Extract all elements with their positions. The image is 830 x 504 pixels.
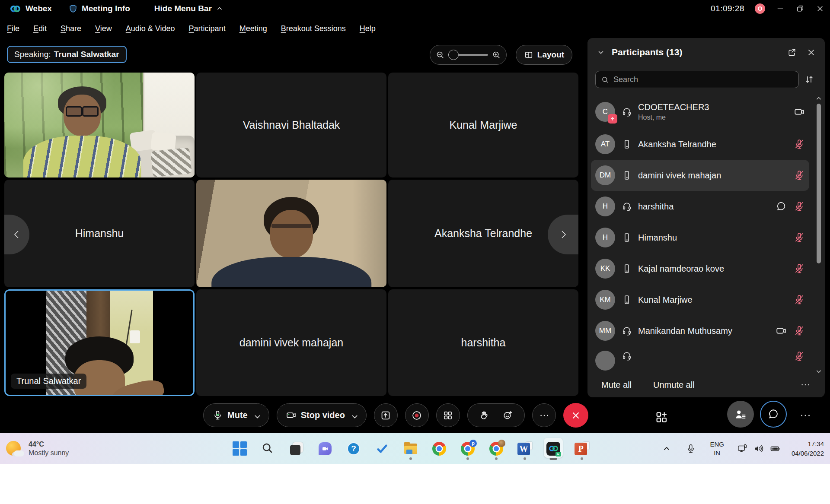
zoom-out-icon[interactable] xyxy=(435,50,445,60)
more-options-button[interactable] xyxy=(800,379,811,390)
participants-toggle-button[interactable] xyxy=(727,401,754,428)
reactions-button[interactable] xyxy=(498,410,517,421)
panel-scrollbar[interactable] xyxy=(816,98,822,369)
taskbar-app-explorer[interactable] xyxy=(401,436,420,461)
chevron-down-icon[interactable] xyxy=(252,411,260,419)
video-tile[interactable]: Trunal Salwatkar xyxy=(4,289,195,396)
taskbar-app-start[interactable] xyxy=(230,436,249,461)
taskbar-app-search[interactable] xyxy=(259,436,278,461)
taskbar-app-word[interactable]: W xyxy=(515,436,534,461)
mic-muted-icon[interactable] xyxy=(794,232,805,243)
menu-breakout-sessions[interactable]: Breakout Sessions xyxy=(281,24,346,33)
apps-add-icon[interactable] xyxy=(654,410,669,425)
participant-tile[interactable]: damini vivek mahajan xyxy=(196,289,386,396)
mic-muted-icon[interactable] xyxy=(794,139,805,150)
mute-all-button[interactable]: Mute all xyxy=(601,380,632,390)
mic-muted-icon[interactable] xyxy=(794,351,805,362)
maximize-button[interactable] xyxy=(795,4,805,13)
mic-muted-icon[interactable] xyxy=(794,201,805,212)
more-options-button[interactable] xyxy=(532,403,556,427)
chevron-down-icon[interactable] xyxy=(349,411,358,419)
mic-muted-icon[interactable] xyxy=(794,263,805,274)
taskbar-app-task-view[interactable] xyxy=(287,436,306,461)
meeting-info-button[interactable]: Meeting Info xyxy=(68,4,130,13)
stop-video-button[interactable]: Stop video xyxy=(277,403,367,427)
close-button[interactable] xyxy=(815,4,825,13)
zoom-in-icon[interactable] xyxy=(492,50,501,60)
menu-share[interactable]: Share xyxy=(61,24,81,33)
zoom-in-icon[interactable] xyxy=(492,50,501,60)
mic-muted-icon[interactable] xyxy=(794,351,805,362)
tray-chevron-up-icon[interactable] xyxy=(661,444,672,454)
leave-meeting-button[interactable] xyxy=(563,403,588,428)
chat-toggle-button[interactable] xyxy=(760,401,787,428)
menu-edit[interactable]: Edit xyxy=(33,24,47,33)
taskbar-app-webex[interactable]: ▸ xyxy=(544,436,563,461)
chevron-down-icon[interactable] xyxy=(596,48,606,57)
scrollbar-thumb[interactable] xyxy=(817,104,821,263)
video-tile[interactable] xyxy=(4,73,195,178)
video-tile[interactable] xyxy=(196,180,386,287)
mic-muted-icon[interactable] xyxy=(794,263,805,274)
unmute-all-button[interactable]: Unmute all xyxy=(653,380,695,390)
record-button[interactable] xyxy=(405,403,429,427)
minimize-button[interactable] xyxy=(776,4,785,13)
breakout-apps-button[interactable] xyxy=(436,403,460,427)
participant-tile[interactable]: harshitha xyxy=(388,289,578,396)
mic-muted-icon[interactable] xyxy=(794,294,805,305)
tray-network-icon[interactable] xyxy=(737,444,747,454)
participant-row[interactable]: MMManikandan Muthusamy xyxy=(591,315,809,346)
taskbar-app-chrome-profile-photo[interactable] xyxy=(487,436,506,461)
mic-muted-icon[interactable] xyxy=(794,232,805,243)
layout-button[interactable]: Layout xyxy=(516,45,572,65)
mute-button[interactable]: Mute xyxy=(203,403,269,427)
mic-muted-icon[interactable] xyxy=(794,294,805,305)
scroll-up-icon[interactable] xyxy=(814,94,823,103)
mic-muted-icon[interactable] xyxy=(794,201,805,212)
share-screen-button[interactable] xyxy=(374,403,398,427)
participant-row[interactable]: KMKunal Marjiwe xyxy=(591,284,809,315)
zoom-slider-knob[interactable] xyxy=(448,50,459,60)
participant-row[interactable]: ATAkanksha Telrandhe xyxy=(591,129,809,160)
tray-clock[interactable]: 17:34 04/06/2022 xyxy=(792,439,824,458)
taskbar-app-help[interactable]: ? xyxy=(344,436,363,461)
taskbar-app-todo[interactable] xyxy=(373,436,392,461)
taskbar-weather-widget[interactable]: 44°C Mostly sunny xyxy=(6,433,69,464)
tray-language[interactable]: ENG IN xyxy=(710,440,724,457)
hide-menu-bar-button[interactable]: Hide Menu Bar xyxy=(154,4,224,13)
raise-hand-button[interactable] xyxy=(475,410,494,421)
menu-help[interactable]: Help xyxy=(360,24,376,33)
menu-participant[interactable]: Participant xyxy=(189,24,226,33)
chat-bubble-icon[interactable] xyxy=(776,201,787,212)
mic-muted-icon[interactable] xyxy=(794,139,805,150)
participant-row[interactable]: HHimanshu xyxy=(591,222,809,253)
participant-row[interactable]: Hharshitha xyxy=(591,191,809,222)
mic-muted-icon[interactable] xyxy=(794,170,805,181)
taskbar-app-chat[interactable] xyxy=(316,436,335,461)
menu-audio-video[interactable]: Audio & Video xyxy=(126,24,175,33)
tray-microphone-icon[interactable] xyxy=(686,444,696,454)
tray-battery-icon[interactable] xyxy=(770,444,780,454)
chat-bubble-icon[interactable] xyxy=(776,201,787,212)
menu-meeting[interactable]: Meeting xyxy=(239,24,267,33)
taskbar-app-powerpoint[interactable]: P xyxy=(572,436,591,461)
popout-panel-button[interactable] xyxy=(787,48,797,57)
close-panel-button[interactable] xyxy=(806,48,816,57)
participant-row[interactable]: CCDOETEACHER3Host, me xyxy=(591,95,809,129)
participant-search-input[interactable] xyxy=(613,75,793,84)
participant-row[interactable]: KKKajal namdeorao kove xyxy=(591,253,809,284)
mic-muted-icon[interactable] xyxy=(794,170,805,181)
participant-row[interactable]: DMdamini vivek mahajan xyxy=(591,160,809,191)
mic-muted-icon[interactable] xyxy=(794,325,805,336)
zoom-out-icon[interactable] xyxy=(435,50,445,60)
participant-search-box[interactable] xyxy=(595,71,799,88)
menu-file[interactable]: File xyxy=(7,24,19,33)
more-panels-button[interactable] xyxy=(799,409,812,422)
participant-tile[interactable]: Himanshu xyxy=(4,180,195,287)
participant-tile[interactable]: Kunal Marjiwe xyxy=(388,73,578,178)
menu-view[interactable]: View xyxy=(95,24,112,33)
participant-row[interactable] xyxy=(591,346,809,369)
tray-volume-icon[interactable] xyxy=(753,444,764,454)
participant-tile[interactable]: Vaishnavi Bhaltadak xyxy=(196,73,386,178)
mic-muted-icon[interactable] xyxy=(794,325,805,336)
